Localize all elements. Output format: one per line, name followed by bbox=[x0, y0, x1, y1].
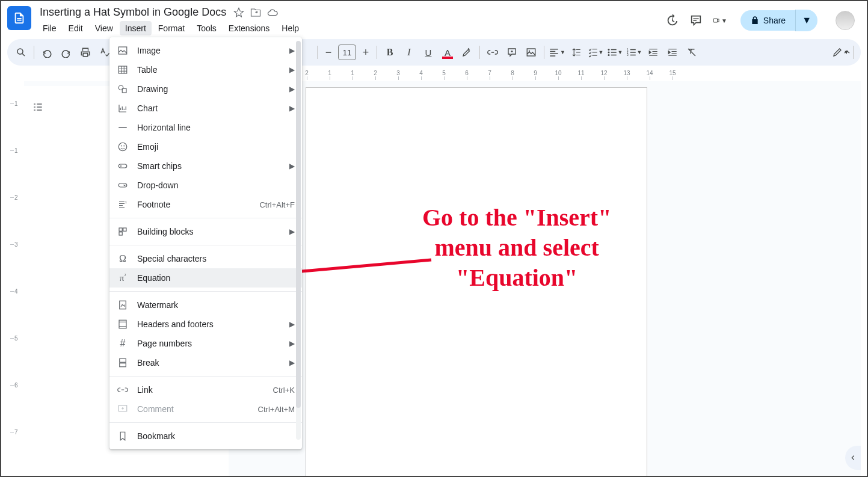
menu-insert[interactable]: Insert bbox=[120, 21, 152, 35]
indent-increase-icon[interactable] bbox=[663, 43, 682, 61]
menu-item-table[interactable]: Table ▶ bbox=[109, 60, 302, 79]
share-button[interactable]: Share bbox=[740, 10, 795, 31]
svg-point-5 bbox=[608, 54, 609, 56]
menu-item-comment: Comment Ctrl+Alt+M bbox=[109, 399, 302, 419]
line-spacing-icon[interactable] bbox=[567, 43, 585, 61]
menu-separator bbox=[109, 291, 302, 292]
history-icon[interactable] bbox=[665, 13, 679, 28]
menu-item-headers-footers[interactable]: Headers and footers ▶ bbox=[109, 315, 302, 334]
menu-view[interactable]: View bbox=[90, 21, 119, 35]
comments-icon[interactable] bbox=[689, 13, 703, 28]
menu-item-equation[interactable]: π² Equation bbox=[109, 268, 302, 288]
submenu-arrow-icon: ▶ bbox=[289, 162, 295, 170]
outline-toggle-icon[interactable] bbox=[29, 98, 47, 116]
document-title[interactable]: Inserting a Hat Symbol in Google Docs bbox=[37, 5, 229, 20]
checklist-icon[interactable]: ▼ bbox=[586, 43, 605, 61]
menu-item-watermark[interactable]: Watermark bbox=[109, 295, 302, 315]
menu-help[interactable]: Help bbox=[276, 21, 304, 35]
table-icon bbox=[117, 64, 129, 76]
star-icon[interactable] bbox=[233, 7, 244, 18]
underline-icon[interactable]: U bbox=[419, 43, 437, 61]
submenu-arrow-icon: ▶ bbox=[289, 359, 295, 367]
clear-formatting-icon[interactable] bbox=[683, 43, 701, 61]
vertical-ruler[interactable]: 11234567 bbox=[10, 85, 21, 476]
menu-item-page-numbers[interactable]: # Page numbers ▶ bbox=[109, 334, 302, 353]
search-icon[interactable] bbox=[12, 43, 30, 61]
svg-rect-16 bbox=[119, 164, 127, 168]
menu-extensions[interactable]: Extensions bbox=[223, 21, 275, 35]
font-size-decrease[interactable]: − bbox=[321, 45, 336, 60]
undo-icon[interactable] bbox=[38, 43, 56, 61]
numbered-list-icon[interactable]: 123▼ bbox=[625, 43, 643, 61]
menu-separator bbox=[109, 245, 302, 245]
menu-item-building-blocks[interactable]: Building blocks ▶ bbox=[109, 222, 302, 241]
menu-item-drawing[interactable]: Drawing ▶ bbox=[109, 79, 302, 99]
menu-item-emoji[interactable]: Emoji bbox=[109, 137, 302, 156]
menu-item-footnote[interactable]: 1 Footnote Ctrl+Alt+F bbox=[109, 195, 302, 214]
align-icon[interactable]: ▼ bbox=[548, 43, 566, 61]
account-avatar[interactable] bbox=[836, 11, 855, 30]
menu-item-horizontal-line[interactable]: Horizontal line bbox=[109, 118, 302, 137]
submenu-arrow-icon: ▶ bbox=[289, 227, 295, 236]
page-numbers-icon: # bbox=[117, 337, 129, 349]
menu-item-bookmark[interactable]: Bookmark bbox=[109, 426, 302, 446]
menu-item-special-characters[interactable]: Ω Special characters bbox=[109, 249, 302, 268]
svg-rect-24 bbox=[119, 320, 126, 328]
menu-scrollbar[interactable] bbox=[296, 41, 301, 440]
svg-rect-22 bbox=[119, 232, 122, 235]
bulleted-list-icon[interactable]: ▼ bbox=[606, 43, 624, 61]
bold-icon[interactable]: B bbox=[381, 43, 399, 61]
print-icon[interactable] bbox=[76, 43, 94, 61]
drawing-icon bbox=[117, 83, 129, 95]
chart-icon bbox=[117, 102, 129, 114]
svg-point-2 bbox=[529, 51, 530, 52]
footnote-shortcut: Ctrl+Alt+F bbox=[259, 200, 295, 209]
indent-decrease-icon[interactable] bbox=[644, 43, 662, 61]
insert-comment-icon[interactable] bbox=[503, 43, 521, 61]
font-size-input[interactable] bbox=[339, 48, 356, 57]
menu-file[interactable]: File bbox=[37, 21, 62, 35]
svg-rect-26 bbox=[120, 363, 126, 367]
menu-item-link[interactable]: Link Ctrl+K bbox=[109, 380, 302, 399]
menu-format[interactable]: Format bbox=[153, 21, 190, 35]
menu-item-dropdown[interactable]: Drop-down bbox=[109, 176, 302, 195]
docs-app-icon[interactable] bbox=[7, 6, 31, 30]
submenu-arrow-icon: ▶ bbox=[289, 85, 295, 93]
italic-icon[interactable]: I bbox=[400, 43, 418, 61]
menu-item-break[interactable]: Break ▶ bbox=[109, 353, 302, 372]
submenu-arrow-icon: ▶ bbox=[289, 104, 295, 112]
font-size-control: − + bbox=[321, 45, 373, 60]
hide-toolbar-icon[interactable] bbox=[838, 43, 856, 61]
svg-point-15 bbox=[123, 146, 125, 147]
menu-separator bbox=[109, 218, 302, 218]
highlight-icon[interactable] bbox=[458, 43, 476, 61]
headers-footers-icon bbox=[117, 318, 129, 330]
insert-image-icon[interactable] bbox=[522, 43, 540, 61]
move-icon[interactable] bbox=[250, 7, 261, 18]
smart-chips-icon bbox=[117, 160, 129, 172]
menu-item-smart-chips[interactable]: Smart chips ▶ bbox=[109, 156, 302, 176]
title-bar: Inserting a Hat Symbol in Google Docs Fi… bbox=[1, 1, 867, 35]
building-blocks-icon bbox=[117, 226, 129, 238]
menu-edit[interactable]: Edit bbox=[63, 21, 88, 35]
menu-item-image[interactable]: Image ▶ bbox=[109, 41, 302, 60]
cloud-status-icon[interactable] bbox=[267, 7, 278, 18]
menu-tools[interactable]: Tools bbox=[191, 21, 222, 35]
text-color-icon[interactable]: A bbox=[439, 43, 457, 61]
menu-bar: File Edit View Insert Format Tools Exten… bbox=[37, 21, 665, 35]
menu-item-chart[interactable]: Chart ▶ bbox=[109, 99, 302, 118]
image-icon bbox=[117, 45, 129, 57]
equation-icon: π² bbox=[117, 272, 129, 284]
meet-icon[interactable]: ▼ bbox=[713, 13, 727, 28]
share-caret[interactable]: ▼ bbox=[795, 10, 817, 31]
redo-icon[interactable] bbox=[57, 43, 75, 61]
link-icon bbox=[117, 384, 129, 396]
font-size-increase[interactable]: + bbox=[359, 45, 373, 60]
side-panel-toggle[interactable] bbox=[845, 446, 861, 470]
insert-menu-dropdown: Image ▶ Table ▶ Drawing ▶ Chart ▶ Horizo… bbox=[109, 37, 302, 449]
special-characters-icon: Ω bbox=[117, 253, 129, 265]
dropdown-icon bbox=[117, 179, 129, 191]
insert-link-icon[interactable] bbox=[484, 43, 502, 61]
svg-rect-18 bbox=[119, 183, 127, 187]
footnote-icon: 1 bbox=[117, 198, 129, 211]
